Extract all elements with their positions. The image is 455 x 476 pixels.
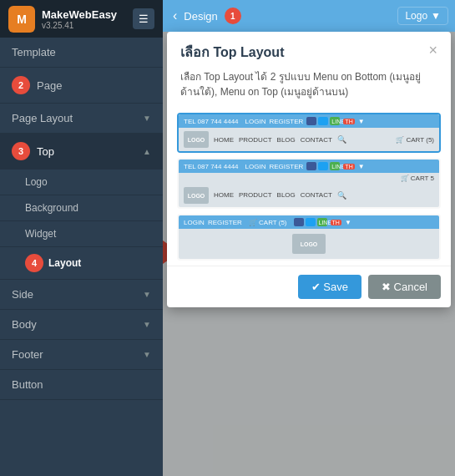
- footer-arrow: ▼: [143, 350, 151, 359]
- lo2-facebook-icon: [306, 162, 316, 170]
- lo1-flag-icon: TH: [343, 119, 354, 124]
- sidebar-item-body[interactable]: Body ▼: [0, 310, 163, 340]
- lo3-login-row: LOGIN REGISTER 🛒 CART (5) LINE TH ▼: [179, 215, 439, 229]
- top-label: Top: [37, 145, 54, 158]
- lo2-flag-arrow: ▼: [358, 163, 365, 170]
- lo2-menu-items: HOME PRODUCT BLOG CONTACT 🔍: [214, 191, 346, 200]
- cancel-button[interactable]: ✖ Cancel: [368, 275, 441, 299]
- save-button[interactable]: ✔ Save: [298, 275, 361, 299]
- sidebar-item-side[interactable]: Side ▼: [0, 280, 163, 310]
- lo3-login: LOGIN: [184, 219, 205, 226]
- side-label: Side: [12, 288, 33, 301]
- lo2-topbar: TEL 087 744 4444 LOGIN REGISTER LINE TH …: [179, 160, 439, 173]
- lo3-flag-arrow: ▼: [345, 219, 351, 226]
- lo2-menu-contact: CONTACT: [301, 191, 332, 200]
- lo2-social: LINE: [306, 162, 340, 170]
- background-label: Background: [25, 202, 78, 214]
- lo1-login: LOGIN: [245, 118, 266, 125]
- lo3-facebook-icon: [294, 218, 304, 226]
- footer-label: Footer: [12, 348, 43, 361]
- body-arrow: ▼: [143, 320, 151, 329]
- brand-info: MakeWebEasy v3.25.41: [42, 8, 117, 30]
- lo1-flag-arrow: ▼: [358, 118, 365, 125]
- modal-description: เลือก Top Layout ได้ 2 รูปแบบ Menu on Bo…: [167, 69, 451, 108]
- modal-close-button[interactable]: ×: [428, 42, 437, 59]
- page-layout-arrow: ▼: [143, 114, 151, 123]
- lo1-topbar: TEL 087 744 4444 LOGIN REGISTER LINE TH …: [179, 114, 439, 128]
- sidebar-item-footer[interactable]: Footer ▼: [0, 340, 163, 370]
- body-label: Body: [12, 318, 37, 331]
- lo2-flag-icon: TH: [343, 164, 354, 170]
- sidebar-header: M MakeWebEasy v3.25.41 ☰: [0, 0, 163, 38]
- layout-label: Layout: [48, 257, 81, 269]
- design-label: Design: [184, 10, 217, 23]
- top-bar-left: ‹ Design 1: [173, 8, 241, 24]
- sidebar-nav: Template 2 Page Page Layout ▼ 3 Top ▲ Lo…: [0, 38, 163, 476]
- lo2-line-icon: LINE: [330, 162, 340, 170]
- brand-logo-icon: M: [8, 6, 35, 33]
- sidebar-item-logo[interactable]: Logo: [0, 170, 163, 195]
- lo2-register: REGISTER: [269, 163, 303, 170]
- sidebar-item-layout[interactable]: 4 Layout: [0, 247, 163, 280]
- sidebar: M MakeWebEasy v3.25.41 ☰ Template 2 Page…: [0, 0, 163, 476]
- lo2-search-icon: 🔍: [337, 191, 346, 200]
- lo2-menu-home: HOME: [214, 191, 234, 200]
- lo1-line-icon: LINE: [330, 117, 340, 125]
- sidebar-item-page[interactable]: 2 Page: [0, 68, 163, 104]
- lo1-menu-blog: BLOG: [277, 136, 296, 144]
- modal-overlay: เลือก Top Layout × เลือก Top Layout ได้ …: [163, 32, 455, 476]
- lo3-flag-icon: TH: [331, 220, 341, 225]
- lo2-cart-row: 🛒 CART 5: [179, 173, 439, 184]
- lo2-twitter-icon: [318, 162, 328, 170]
- lo1-twitter-icon: [318, 117, 328, 125]
- top-arrow: ▲: [143, 147, 151, 156]
- sidebar-item-page-layout[interactable]: Page Layout ▼: [0, 104, 163, 134]
- lo3-register: REGISTER: [208, 219, 242, 226]
- lo1-cart: 🛒 CART (5): [396, 136, 434, 144]
- layout-option-2[interactable]: TEL 087 744 4444 LOGIN REGISTER LINE TH …: [177, 158, 441, 209]
- modal-box: เลือก Top Layout × เลือก Top Layout ได้ …: [167, 32, 451, 307]
- page-layout-label: Page Layout: [12, 112, 73, 124]
- lo2-nav-row: LOGO HOME PRODUCT BLOG CONTACT 🔍: [179, 184, 439, 207]
- lo3-logo-box: LOGO: [292, 234, 326, 254]
- page-label: Page: [37, 79, 62, 92]
- modal-footer: ✔ Save ✖ Cancel: [167, 266, 451, 307]
- lo2-login: LOGIN: [245, 163, 266, 170]
- lo1-nav-row: LOGO HOME PRODUCT BLOG CONTACT 🔍 🛒 CART …: [179, 128, 439, 151]
- page-badge: 2: [12, 76, 30, 94]
- lo3-line-icon: LINE: [317, 218, 327, 226]
- main-content: ‹ Design 1 Top ▼ Logo ▼ เลือก Top Layout…: [163, 0, 455, 476]
- lo2-logo-box: LOGO: [184, 187, 209, 204]
- modal-header: เลือก Top Layout ×: [167, 32, 451, 69]
- lo1-register: REGISTER: [269, 118, 303, 125]
- back-button[interactable]: ‹: [173, 8, 177, 23]
- design-badge: 1: [225, 8, 241, 24]
- template-label: Template: [12, 46, 56, 58]
- lo1-menu-items: HOME PRODUCT BLOG CONTACT: [214, 136, 332, 144]
- side-arrow: ▼: [143, 290, 151, 299]
- lo1-phone: TEL 087 744 4444: [184, 118, 239, 125]
- lo3-center-logo-row: LOGO: [179, 229, 439, 259]
- layout-option-3[interactable]: LOGIN REGISTER 🛒 CART (5) LINE TH ▼ LOGO: [177, 214, 441, 261]
- lo3-cart: 🛒 CART (5): [249, 219, 287, 226]
- sidebar-item-button[interactable]: Button: [0, 370, 163, 400]
- lo1-menu-home: HOME: [214, 136, 234, 144]
- sidebar-item-background[interactable]: Background: [0, 195, 163, 221]
- sidebar-item-widget[interactable]: Widget: [0, 221, 163, 247]
- lo2-menu-blog: BLOG: [277, 191, 296, 200]
- lo1-logo-box: LOGO: [184, 131, 209, 148]
- lo2-menu-product: PRODUCT: [239, 191, 272, 200]
- layout-option-1[interactable]: TEL 087 744 4444 LOGIN REGISTER LINE TH …: [177, 113, 441, 153]
- sidebar-item-top[interactable]: 3 Top ▲: [0, 134, 163, 170]
- widget-label: Widget: [25, 228, 56, 240]
- logo-dropdown-button[interactable]: Logo ▼: [397, 7, 448, 25]
- hamburger-button[interactable]: ☰: [133, 8, 154, 29]
- lo2-phone: TEL 087 744 4444: [184, 163, 239, 170]
- lo1-menu-contact: CONTACT: [301, 136, 332, 144]
- top-bar: ‹ Design 1 Top ▼ Logo ▼: [163, 0, 455, 32]
- lo3-twitter-icon: [306, 218, 316, 226]
- sidebar-item-template[interactable]: Template: [0, 38, 163, 68]
- logo-dropdown-label: Logo: [405, 10, 427, 22]
- lo1-facebook-icon: [306, 117, 316, 125]
- layout-badge: 4: [25, 254, 43, 272]
